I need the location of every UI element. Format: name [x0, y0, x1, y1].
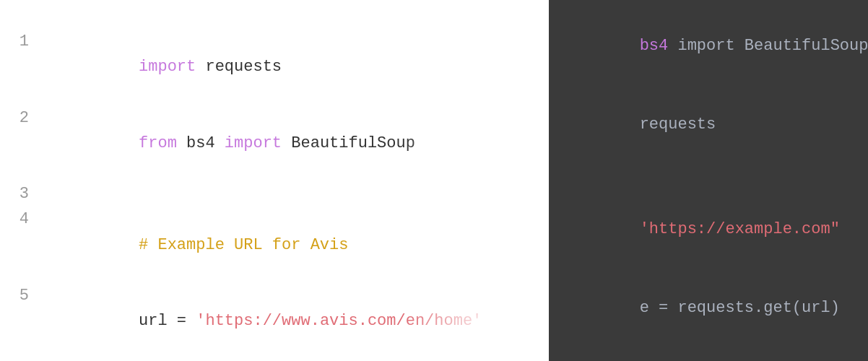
r-import-text: import BeautifulSoup — [668, 37, 868, 55]
right-line-5: e = requests.get(url) — [563, 269, 854, 348]
code-line-5: 5 url = 'https://www.avis.com/en/home' — [0, 283, 549, 360]
right-code-panel: bs4 import BeautifulSoup requests 'https… — [549, 0, 868, 361]
line-number-5: 5 — [0, 283, 29, 308]
string-url-value: 'https://www.avis.com/en/home' — [196, 312, 482, 330]
line-number-3: 3 — [0, 181, 29, 206]
line-5-content: url = 'https://www.avis.com/en/home' — [43, 283, 482, 360]
code-line-1: 1 import requests — [0, 29, 549, 105]
code-block-left: 1 import requests 2 from bs4 import Beau… — [0, 29, 549, 361]
keyword-from: from — [139, 134, 177, 152]
line-2-content: from bs4 import BeautifulSoup — [43, 105, 415, 182]
right-line-2: requests — [563, 86, 854, 165]
right-line-6: BeautifulSoup(response.tex — [563, 348, 854, 361]
r-kw-bs4: bs4 — [640, 37, 669, 55]
line-number-2: 2 — [0, 105, 29, 131]
line-number-4: 4 — [0, 206, 29, 232]
main-container: 1 import requests 2 from bs4 import Beau… — [0, 0, 868, 361]
code-line-4: 4 # Example URL for Avis — [0, 206, 549, 283]
code-line-2: 2 from bs4 import BeautifulSoup — [0, 105, 549, 182]
keyword-import-2: import — [225, 134, 282, 152]
right-line-3 — [563, 165, 854, 191]
class-beautifulsoup: BeautifulSoup — [282, 134, 415, 152]
module-bs4: bs4 — [177, 134, 225, 152]
r-requests: requests — [640, 116, 716, 134]
r-example-url-string: 'https://example.com" — [640, 220, 840, 238]
left-code-panel: 1 import requests 2 from bs4 import Beau… — [0, 0, 549, 361]
line-4-content: # Example URL for Avis — [43, 206, 348, 283]
code-line-3: 3 — [0, 181, 549, 206]
line-3-content — [43, 181, 53, 206]
right-line-1: bs4 import BeautifulSoup — [563, 7, 854, 86]
line-number-1: 1 — [0, 29, 29, 54]
line-1-content: import requests — [43, 29, 282, 105]
keyword-import-1: import — [139, 58, 196, 76]
right-panel-content: bs4 import BeautifulSoup requests 'https… — [563, 7, 854, 361]
right-line-4: 'https://example.com" — [563, 191, 854, 269]
var-url: url = — [139, 312, 196, 330]
r-response-get: e = requests.get(url) — [640, 299, 840, 317]
module-requests: requests — [196, 58, 282, 76]
comment-example-url: # Example URL for Avis — [139, 236, 348, 254]
